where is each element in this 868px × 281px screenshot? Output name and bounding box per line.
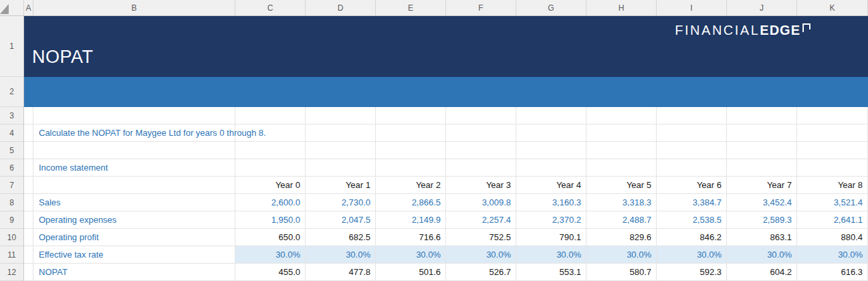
column-header-K[interactable]: K [797,0,868,15]
cell-B5[interactable] [33,142,235,159]
cell-J10[interactable]: 863.1 [727,229,797,246]
cell-I6[interactable] [657,159,727,177]
cell-D4[interactable] [306,124,376,142]
cell-H4[interactable] [586,124,657,142]
cell-B8[interactable]: Sales [33,194,235,211]
cell-G11[interactable]: 30.0% [516,246,586,264]
cell-I3[interactable] [657,107,727,124]
cell-I10[interactable]: 846.2 [657,229,727,246]
cell-B9[interactable]: Operating expenses [33,211,235,229]
cell-F9[interactable]: 2,257.4 [446,211,516,229]
cell-G5[interactable] [516,142,586,159]
column-header-I[interactable]: I [657,0,727,15]
cell-D6[interactable] [306,159,376,177]
cell-K6[interactable] [797,159,868,177]
cell-G6[interactable] [516,159,586,177]
row-header-11[interactable]: 11 [0,246,23,264]
cell-E10[interactable]: 716.6 [376,229,446,246]
cell-H9[interactable]: 2,488.7 [586,211,657,229]
cell-A8[interactable] [24,194,33,211]
row-header-7[interactable]: 7 [0,177,23,194]
cell-J12[interactable]: 604.2 [727,264,797,281]
cell-I12[interactable]: 592.3 [657,264,727,281]
cell-H12[interactable]: 580.7 [586,264,657,281]
cell-B4[interactable]: Calculate the NOPAT for Maygee Ltd for y… [33,124,235,142]
cell-C3[interactable] [235,107,306,124]
cell-J6[interactable] [727,159,797,177]
cell-J8[interactable]: 3,452.4 [727,194,797,211]
cell-D10[interactable]: 682.5 [306,229,376,246]
column-header-J[interactable]: J [727,0,797,15]
select-all-corner[interactable] [0,0,24,15]
column-header-B[interactable]: B [33,0,235,15]
cell-B11[interactable]: Effective tax rate [33,246,235,264]
cell-I9[interactable]: 2,538.5 [657,211,727,229]
column-header-E[interactable]: E [376,0,446,15]
cell-F3[interactable] [446,107,516,124]
cell-A10[interactable] [24,229,33,246]
cell-E7[interactable]: Year 2 [376,177,446,194]
cell-G4[interactable] [516,124,586,142]
cell-F7[interactable]: Year 3 [446,177,516,194]
cell-G3[interactable] [516,107,586,124]
cell-A3[interactable] [24,107,33,124]
cell-K3[interactable] [797,107,868,124]
cell-K9[interactable]: 2,641.1 [797,211,868,229]
cell-A5[interactable] [24,142,33,159]
cell-C10[interactable]: 650.0 [235,229,306,246]
cell-G7[interactable]: Year 4 [516,177,586,194]
column-header-F[interactable]: F [446,0,516,15]
cell-I4[interactable] [657,124,727,142]
row-header-6[interactable]: 6 [0,159,23,177]
cell-H3[interactable] [586,107,657,124]
cell-F12[interactable]: 526.7 [446,264,516,281]
row-header-5[interactable]: 5 [0,142,23,159]
row-header-8[interactable]: 8 [0,194,23,211]
cell-C8[interactable]: 2,600.0 [235,194,306,211]
cell-J11[interactable]: 30.0% [727,246,797,264]
cell-I5[interactable] [657,142,727,159]
cell-E6[interactable] [376,159,446,177]
cell-G9[interactable]: 2,370.2 [516,211,586,229]
cell-E5[interactable] [376,142,446,159]
row-header-2[interactable]: 2 [0,77,23,107]
cell-F10[interactable]: 752.5 [446,229,516,246]
column-header-G[interactable]: G [516,0,586,15]
cell-J5[interactable] [727,142,797,159]
cell-G12[interactable]: 553.1 [516,264,586,281]
cell-B12[interactable]: NOPAT [33,264,235,281]
cell-E12[interactable]: 501.6 [376,264,446,281]
cell-E11[interactable]: 30.0% [376,246,446,264]
row-header-4[interactable]: 4 [0,124,23,142]
cell-G8[interactable]: 3,160.3 [516,194,586,211]
cell-H11[interactable]: 30.0% [586,246,657,264]
cell-F5[interactable] [446,142,516,159]
cell-D11[interactable]: 30.0% [306,246,376,264]
cell-B3[interactable] [33,107,235,124]
cell-A4[interactable] [24,124,33,142]
cell-J9[interactable]: 2,589.3 [727,211,797,229]
cell-C11[interactable]: 30.0% [235,246,306,264]
cell-G10[interactable]: 790.1 [516,229,586,246]
cell-F8[interactable]: 3,009.8 [446,194,516,211]
cell-K5[interactable] [797,142,868,159]
column-header-D[interactable]: D [306,0,376,15]
cell-D3[interactable] [306,107,376,124]
cell-B7[interactable] [33,177,235,194]
cell-H5[interactable] [586,142,657,159]
cell-I8[interactable]: 3,384.7 [657,194,727,211]
cell-J3[interactable] [727,107,797,124]
cell-C12[interactable]: 455.0 [235,264,306,281]
cell-C9[interactable]: 1,950.0 [235,211,306,229]
cell-H8[interactable]: 3,318.3 [586,194,657,211]
cell-F6[interactable] [446,159,516,177]
cell-F11[interactable]: 30.0% [446,246,516,264]
cell-H7[interactable]: Year 5 [586,177,657,194]
cell-D9[interactable]: 2,047.5 [306,211,376,229]
cell-E4[interactable] [376,124,446,142]
column-header-H[interactable]: H [586,0,657,15]
cell-D12[interactable]: 477.8 [306,264,376,281]
cell-J7[interactable]: Year 7 [727,177,797,194]
cell-D5[interactable] [306,142,376,159]
cell-K10[interactable]: 880.4 [797,229,868,246]
